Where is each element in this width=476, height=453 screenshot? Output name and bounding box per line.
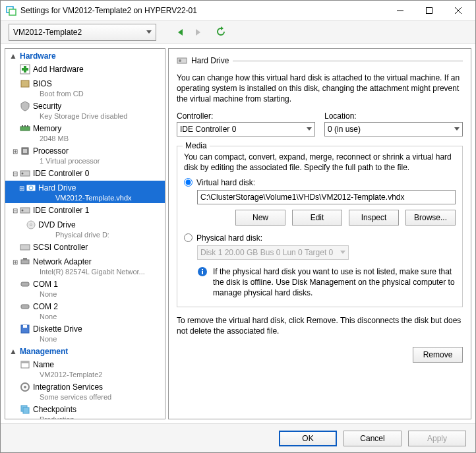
section-management[interactable]: ▲ Management — [5, 344, 165, 357]
physical-disk-select: Disk 1 20.00 GB Bus 0 Lun 0 Target 0 — [197, 245, 349, 260]
tree-network[interactable]: ⊞ Network Adapter Intel(R) 82574L Gigabi… — [5, 255, 165, 277]
browse-button[interactable]: Browse... — [405, 210, 456, 226]
controller-select[interactable]: IDE Controller 0 — [177, 122, 315, 136]
tree-memory[interactable]: Memory 2048 MB — [5, 121, 165, 144]
expander-icon[interactable]: ⊟ — [11, 207, 20, 214]
tree-ide0[interactable]: ⊟ IDE Controller 0 — [5, 166, 165, 181]
expander-icon[interactable]: ⊞ — [11, 258, 20, 266]
svg-marker-45 — [454, 127, 460, 131]
info-icon — [197, 266, 208, 277]
titlebar: Settings for VM2012-Template2 on HYPERV2… — [1, 1, 475, 20]
nav-back-button[interactable] — [175, 26, 187, 38]
svg-rect-40 — [23, 408, 29, 413]
close-button[interactable] — [444, 1, 473, 20]
svg-rect-29 — [21, 260, 29, 264]
chevron-down-icon — [307, 127, 312, 131]
settings-tree[interactable]: ▲ Hardware Add Hardware BIOS Boot from C… — [5, 48, 165, 419]
chevron-down-icon — [454, 127, 460, 131]
collapse-icon: ▲ — [9, 347, 17, 356]
reload-button[interactable] — [216, 26, 227, 38]
toolbar: VM2012-Template2 — [1, 20, 475, 44]
controller-icon — [20, 242, 30, 253]
bios-icon — [20, 78, 30, 89]
expander-icon[interactable]: ⊞ — [17, 185, 26, 192]
tree-add-hardware[interactable]: Add Hardware — [5, 62, 165, 76]
vm-selector-value: VM2012-Template2 — [13, 28, 82, 37]
app-icon — [6, 5, 16, 16]
svg-marker-44 — [307, 127, 312, 131]
com-icon — [20, 279, 30, 289]
svg-point-21 — [22, 173, 24, 175]
tree-bios[interactable]: BIOS Boot from CD — [5, 76, 165, 99]
remove-button[interactable]: Remove — [413, 347, 463, 363]
tree-security[interactable]: Security Key Storage Drive disabled — [5, 99, 165, 121]
svg-rect-31 — [21, 282, 29, 286]
tree-integration[interactable]: Integration Services Some services offer… — [5, 380, 165, 402]
svg-point-27 — [30, 224, 32, 226]
expander-icon[interactable]: ⊟ — [11, 170, 20, 177]
dialog-buttons: OK Cancel Apply — [1, 423, 475, 452]
tree-ide1[interactable]: ⊟ IDE Controller 1 — [5, 203, 165, 218]
svg-rect-36 — [21, 361, 29, 363]
checkpoints-icon — [20, 404, 30, 415]
controller-icon — [20, 168, 30, 179]
vm-selector-dropdown[interactable]: VM2012-Template2 — [9, 24, 156, 41]
physical-radio[interactable]: Physical hard disk: — [184, 233, 456, 243]
new-button[interactable]: New — [235, 210, 285, 226]
location-select[interactable]: 0 (in use) — [324, 122, 463, 136]
svg-rect-17 — [27, 125, 28, 127]
svg-rect-12 — [22, 68, 28, 71]
network-icon — [20, 257, 30, 267]
svg-rect-32 — [21, 305, 29, 309]
apply-button[interactable]: Apply — [408, 431, 466, 446]
expander-icon[interactable]: ⊞ — [11, 148, 20, 155]
inspect-button[interactable]: Inspect — [349, 210, 399, 226]
tree-checkpoints[interactable]: Checkpoints Production — [5, 402, 165, 419]
tree-scsi[interactable]: SCSI Controller — [5, 240, 165, 255]
detail-pane: Hard Drive You can change how this virtu… — [168, 48, 471, 419]
svg-marker-8 — [196, 29, 200, 36]
tree-dvd[interactable]: DVD Drive Physical drive D: — [5, 218, 165, 240]
svg-point-38 — [24, 386, 26, 388]
media-legend: Media — [183, 141, 210, 150]
ok-button[interactable]: OK — [279, 431, 337, 446]
diskette-icon — [20, 324, 30, 334]
hard-drive-icon — [26, 183, 36, 193]
svg-rect-13 — [21, 80, 29, 87]
chevron-down-icon — [146, 30, 152, 34]
name-icon — [20, 359, 30, 370]
svg-marker-7 — [178, 29, 183, 36]
chevron-down-icon — [340, 251, 345, 255]
detail-intro: You can change how this virtual hard dis… — [177, 73, 463, 105]
integration-icon — [20, 382, 30, 392]
section-hardware[interactable]: ▲ Hardware — [5, 49, 165, 62]
cancel-button[interactable]: Cancel — [343, 431, 402, 446]
vhd-radio[interactable]: Virtual hard disk: — [184, 178, 456, 187]
svg-rect-16 — [24, 125, 26, 127]
hard-drive-icon — [177, 55, 187, 66]
tree-com2[interactable]: COM 2 None — [5, 299, 165, 322]
controller-label: Controller: — [177, 111, 315, 121]
tree-processor[interactable]: ⊞ Processor 1 Virtual processor — [5, 144, 165, 166]
media-desc: You can compact, convert, expand, merge,… — [184, 152, 456, 173]
window-title: Settings for VM2012-Template2 on HYPERV2… — [20, 6, 386, 15]
svg-marker-46 — [340, 251, 345, 254]
tree-hard-drive[interactable]: ⊞ Hard Drive VM2012-Template.vhdx — [5, 181, 165, 203]
svg-rect-28 — [20, 245, 30, 250]
minimize-button[interactable] — [386, 1, 415, 20]
detail-header: Hard Drive — [191, 56, 229, 65]
tree-com1[interactable]: COM 1 None — [5, 277, 165, 299]
svg-rect-19 — [23, 149, 27, 153]
edit-button[interactable]: Edit — [292, 210, 342, 226]
maximize-button[interactable] — [415, 1, 444, 20]
tree-diskette[interactable]: Diskette Drive None — [5, 322, 165, 344]
tree-name[interactable]: Name VM2012-Template2 — [5, 357, 165, 380]
svg-marker-9 — [221, 26, 223, 30]
location-label: Location: — [324, 111, 463, 121]
nav-forward-button[interactable] — [192, 26, 204, 38]
controller-icon — [20, 205, 30, 216]
svg-rect-34 — [23, 325, 27, 328]
remove-desc: To remove the virtual hard disk, click R… — [177, 315, 463, 336]
vhd-path-input[interactable] — [197, 190, 456, 204]
svg-rect-14 — [20, 127, 30, 131]
